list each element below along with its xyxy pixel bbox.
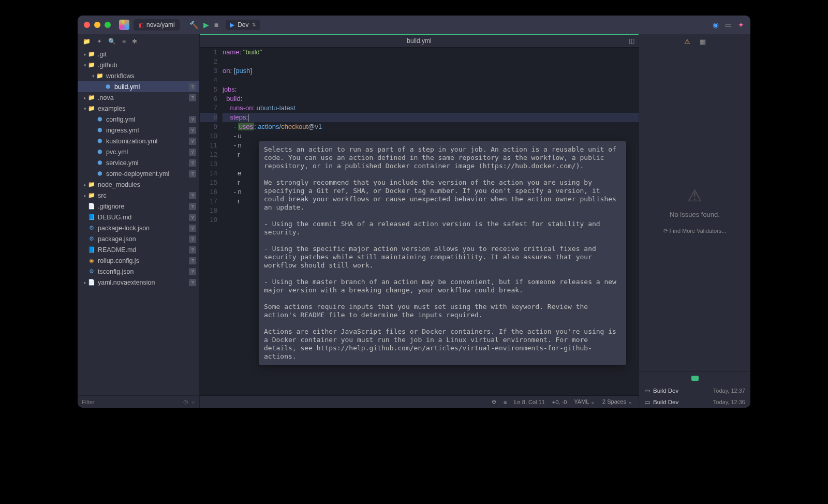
editor-tabbar: build.yml ◫ <box>200 34 639 48</box>
filter-input[interactable] <box>82 399 183 405</box>
find-validators-link[interactable]: ⟳ Find More Validators... <box>663 228 727 234</box>
file-tree-node[interactable]: ⬢service.yml? <box>78 157 199 168</box>
traffic-lights <box>84 22 111 28</box>
file-name: service.yml <box>106 159 139 167</box>
filter-bar: ◷ ⟐ <box>78 395 199 408</box>
file-tree-node[interactable]: ⬢some-deployment.yml? <box>78 168 199 179</box>
tasks-header[interactable] <box>639 372 750 385</box>
file-tree-node[interactable]: ◉rollup.config.js? <box>78 255 199 266</box>
outline-tool-icon[interactable]: ≡ <box>122 38 126 45</box>
file-name: node_modules <box>98 181 140 188</box>
titlebar-right-icons: ◉ ▭ ✦ <box>713 21 744 29</box>
file-tree-node[interactable]: 📘DEBUG.md? <box>78 212 199 223</box>
file-tree-node[interactable]: ▸📁.git <box>78 49 199 60</box>
build-icon[interactable]: 🔨 <box>189 21 198 29</box>
right-panel-tabs: ⚠ ▦ <box>639 34 750 49</box>
issues-panel: ⚠ No issues found. ⟳ Find More Validator… <box>639 49 750 371</box>
file-tree-node[interactable]: 📘README.md? <box>78 244 199 255</box>
right-panel: ⚠ ▦ ⚠ No issues found. ⟳ Find More Valid… <box>639 34 750 408</box>
split-editor-icon[interactable]: ◫ <box>629 37 634 45</box>
file-tree[interactable]: ▸📁.git▾📁.github▾📁workflows⬢build.yml?▸📁.… <box>78 49 199 395</box>
task-timestamp: Today, 12:37 <box>713 388 745 394</box>
file-tree-node[interactable]: ⬢ingress.yml? <box>78 125 199 136</box>
file-tree-node[interactable]: ▾📁workflows <box>78 70 199 81</box>
folder-tool-icon[interactable]: 📁 <box>83 38 91 45</box>
settings-icon[interactable]: ⟐ <box>191 399 195 405</box>
file-name: kustomization.yml <box>106 138 157 145</box>
chevron-updown-icon: ⇅ <box>252 22 256 27</box>
file-tree-node[interactable]: ▸📁src? <box>78 190 199 201</box>
file-name: .gitignore <box>98 203 124 210</box>
language-mode[interactable]: YAML ⌄ <box>574 398 595 405</box>
file-tree-node[interactable]: ▾📁.github <box>78 60 199 70</box>
file-name: README.md <box>98 246 136 254</box>
file-tree-node[interactable]: 📄.gitignore? <box>78 201 199 212</box>
file-tree-node[interactable]: ▾📁examples <box>78 103 199 114</box>
file-tree-node[interactable]: ⬢config.yml? <box>78 114 199 125</box>
titlebar: ◧ nova/yaml 🔨 ▶ ■ ▶ Dev ⇅ ◉ ▭ ✦ <box>78 16 750 34</box>
preview-icon[interactable]: ◉ <box>713 21 719 29</box>
file-icon: ⬢ <box>96 159 103 166</box>
file-tree-node[interactable]: ⬢build.yml? <box>78 81 199 92</box>
minimize-window-button[interactable] <box>94 22 100 28</box>
close-window-button[interactable] <box>84 22 90 28</box>
run-config-selector[interactable]: ▶ Dev ⇅ <box>226 20 260 30</box>
grid-tab-icon[interactable]: ▦ <box>700 38 706 46</box>
file-tree-node[interactable]: ⬢pvc.yml? <box>78 146 199 157</box>
file-icon: ⬢ <box>96 138 103 144</box>
editor-tab-filename[interactable]: build.yml <box>407 37 431 45</box>
file-tree-node[interactable]: ▸📁.nova? <box>78 92 199 103</box>
file-tree-node[interactable]: ⚙package-lock.json? <box>78 223 199 233</box>
file-icon: 📘 <box>88 246 95 253</box>
status-badge: ? <box>189 159 196 167</box>
zoom-window-button[interactable] <box>105 22 111 28</box>
run-config-icon: ▶ <box>230 21 234 28</box>
status-badge: ? <box>189 116 196 123</box>
status-badge: ? <box>189 225 196 232</box>
file-icon: ⬢ <box>96 116 103 123</box>
file-tree-node[interactable]: ⬢kustomization.yml? <box>78 136 199 146</box>
hover-tooltip: Selects an action to run as part of a st… <box>259 141 626 365</box>
file-icon: ⚙ <box>88 268 95 275</box>
toolbar-actions: 🔨 ▶ ■ <box>189 21 218 29</box>
task-item[interactable]: ▭Build DevToday, 12:36 <box>639 396 750 408</box>
run-icon[interactable]: ▶ <box>203 21 209 29</box>
search-tool-icon[interactable]: 🔍 <box>108 38 116 45</box>
chevron-icon: ▸ <box>82 193 88 198</box>
file-name: build.yml <box>114 83 140 91</box>
project-tab[interactable]: ◧ nova/yaml <box>134 19 180 31</box>
task-run-icon: ▭ <box>644 398 650 406</box>
status-icon-1[interactable]: ⊕ <box>492 398 496 405</box>
file-icon: 📁 <box>88 105 95 112</box>
status-bar: ⊕ ≡ Ln 8, Col 11 +0, -0 YAML ⌄ 2 Spaces … <box>200 395 639 408</box>
file-icon: ⬢ <box>105 83 112 90</box>
file-name: DEBUG.md <box>98 214 131 221</box>
file-tree-node[interactable]: ⚙tsconfig.json? <box>78 266 199 277</box>
file-icon: 📄 <box>88 203 95 210</box>
file-icon: 📁 <box>88 181 95 188</box>
status-badge: ? <box>189 268 196 275</box>
file-tree-node[interactable]: ▸📁node_modules <box>78 179 199 190</box>
cursor-position[interactable]: Ln 8, Col 11 <box>514 399 545 405</box>
panel-icon[interactable]: ▭ <box>725 21 732 29</box>
clips-tool-icon[interactable]: ✱ <box>132 38 137 45</box>
scm-tool-icon[interactable]: ✦ <box>97 38 102 45</box>
file-tree-node[interactable]: ▸📄yaml.novaextension? <box>78 277 199 288</box>
add-icon[interactable]: ✦ <box>738 21 744 29</box>
indent-mode[interactable]: 2 Spaces ⌄ <box>602 398 632 405</box>
task-item[interactable]: ▭Build DevToday, 12:37 <box>639 385 750 396</box>
issues-tab-icon[interactable]: ⚠ <box>684 38 690 46</box>
code-area[interactable]: 12345678910111213141516171819 name: "bui… <box>200 48 639 395</box>
status-badge: ? <box>189 149 196 156</box>
status-icon-2[interactable]: ≡ <box>504 399 507 405</box>
task-name: Build Dev <box>653 399 678 405</box>
chevron-icon: ▸ <box>82 52 88 57</box>
status-badge: ? <box>189 170 196 177</box>
file-icon: ⬢ <box>96 170 103 177</box>
chevron-icon: ▾ <box>90 73 96 79</box>
clock-icon[interactable]: ◷ <box>183 398 188 405</box>
stop-icon[interactable]: ■ <box>214 21 218 29</box>
app-window: ◧ nova/yaml 🔨 ▶ ■ ▶ Dev ⇅ ◉ ▭ ✦ 📁 ✦ 🔍 ≡ <box>78 16 750 408</box>
file-icon: 📁 <box>88 51 95 57</box>
file-tree-node[interactable]: ⚙package.json? <box>78 233 199 244</box>
